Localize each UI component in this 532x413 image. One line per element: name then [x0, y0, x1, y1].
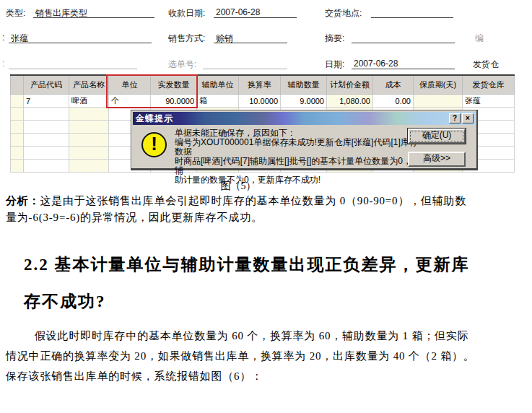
- grid-header-conversion-rate: 换算率: [239, 75, 281, 95]
- grid-header-shelf-life: 保质期(天): [414, 75, 463, 95]
- grid-cell-rowselector[interactable]: [11, 95, 24, 108]
- analysis-label: 分析：: [6, 195, 40, 206]
- section-heading: 2.2 基本计量单位与辅助计量数量出现正负差异，更新库 存不成功?: [24, 246, 526, 320]
- grid-header-warehouse: 发货仓库: [463, 75, 515, 95]
- body-paragraph-line: 保存该张销售出库单的时候，系统报错如图（6）：: [6, 366, 520, 386]
- grid-header-product-name: 产品名称: [69, 75, 109, 95]
- customer-label: :: [2, 32, 4, 43]
- delivery-place-label: 交货地点:: [325, 7, 362, 19]
- ok-button[interactable]: 确定(U): [408, 129, 466, 144]
- grid-header-cost: 成本: [373, 75, 414, 95]
- grid-header-row: 产品代码 产品名称 单位 实发数量 辅助单位 换算率 辅助数量 计划价金额 成本…: [11, 75, 515, 95]
- help-icon[interactable]: ?: [449, 113, 461, 123]
- grid-cell-cost[interactable]: 0.00: [373, 95, 414, 108]
- edge-label-fahuocang: 发货仓: [473, 58, 499, 71]
- date-field[interactable]: 2007-06-28: [352, 58, 455, 69]
- grid-cell-shelf-life[interactable]: [414, 95, 463, 108]
- dialog-body: ! 单据未能正确保存，原因如下： 编号为XOUT000001单据保存未成功!更新…: [133, 125, 475, 167]
- date-label: 日期:: [325, 58, 344, 71]
- delivery-place-field[interactable]: [371, 7, 453, 18]
- grid-data-row: 7 啤酒 个 90.0000 箱 10.0000 9.0000 1,080.00…: [11, 95, 515, 108]
- receipt-date-field[interactable]: 2007-06-28: [214, 7, 297, 18]
- summary-label: 摘要:: [325, 32, 344, 45]
- grid-cell-product-code[interactable]: 7: [24, 95, 69, 108]
- sales-mode-field[interactable]: 赊销: [214, 32, 287, 43]
- grid-cell-aux-qty[interactable]: 9.0000: [281, 95, 327, 108]
- highlight-annotation-box: [106, 74, 198, 108]
- grid-cell-warehouse[interactable]: 张蕴: [463, 95, 515, 108]
- type-label: 类型:: [6, 7, 25, 19]
- sales-mode-label: 销售方式:: [168, 32, 205, 45]
- grid-header-aux-qty: 辅助数量: [281, 75, 327, 95]
- section-heading-line: 2.2 基本计量单位与辅助计量数量出现正负差异，更新库: [24, 246, 526, 283]
- blank-label: :: [2, 58, 4, 69]
- page: 类型: 销售出库类型 收款日期: 2007-06-28 交货地点: : 张蕴 销…: [0, 0, 532, 413]
- analysis-line: 分析：这是由于这张销售出库单会引起即时库存的基本单位数量为 0（90-90=0）…: [6, 193, 515, 209]
- warning-icon: !: [141, 132, 167, 157]
- edge-label-bian: 编: [475, 32, 484, 45]
- grid-header-plan-amount: 计划价金额: [327, 75, 373, 95]
- kingdee-alert-dialog: 金蝶提示 ? × ! 单据未能正确保存，原因如下： 编号为XOUT000001单…: [131, 110, 478, 170]
- grid-header-rowselector: [11, 75, 24, 95]
- dialog-titlebar[interactable]: 金蝶提示 ? ×: [133, 112, 475, 125]
- dialog-message: 单据未能正确保存，原因如下： 编号为XOUT000001单据保存未成功!更新仓库…: [175, 129, 419, 185]
- pick-order-label: 选单号:: [168, 58, 196, 71]
- pick-order-field[interactable]: [203, 58, 287, 69]
- dialog-title: 金蝶提示: [136, 113, 448, 125]
- grid-cell-aux-unit[interactable]: 箱: [197, 95, 239, 108]
- grid-header-aux-unit: 辅助单位: [197, 75, 239, 95]
- dialog-message-line: 编号为XOUT000001单据保存未成功!更新仓库[张蕴]代码[1]库存数据: [175, 138, 419, 157]
- body-paragraph-line: 情况中正确的换算率变为 20，如果做销售出库单，换算率为 20，出库数量为 40…: [6, 346, 520, 366]
- receipt-date-label: 收款日期:: [168, 7, 205, 19]
- analysis-line: 量为-6(3-9=-6)的异常情况，因此更新库存不成功。: [6, 209, 515, 226]
- close-icon[interactable]: ×: [462, 113, 474, 123]
- grid-cell-plan-amount[interactable]: 1,080.00: [327, 95, 373, 108]
- body-paragraph-line: 假设此时即时库存中的基本单位数量为 60 个，换算率为 60，辅助数量为 1 箱…: [6, 326, 520, 346]
- customer-field[interactable]: 张蕴: [9, 32, 152, 43]
- grid-cell-conversion-rate[interactable]: 10.0000: [239, 95, 281, 108]
- grid-header-product-code: 产品代码: [24, 75, 69, 95]
- dialog-message-line: 助计量的数量不为0，更新库存不成功!: [175, 175, 419, 185]
- summary-field[interactable]: [352, 32, 455, 43]
- type-field[interactable]: 销售出库类型: [33, 7, 154, 18]
- blank-field[interactable]: [9, 58, 137, 69]
- analysis-paragraph: 分析：这是由于这张销售出库单会引起即时库存的基本单位数量为 0（90-90=0）…: [6, 193, 515, 226]
- grid-cell-product-name[interactable]: 啤酒: [69, 95, 109, 108]
- advanced-button[interactable]: 高级>>: [408, 152, 466, 167]
- section-heading-line: 存不成功?: [24, 283, 526, 320]
- body-paragraph: 假设此时即时库存中的基本单位数量为 60 个，换算率为 60，辅助数量为 1 箱…: [6, 326, 520, 386]
- dialog-message-line: 时商品[啤酒]代码[7]辅助属性[]批号[]的基本计量单位数量为0，辅: [175, 157, 419, 175]
